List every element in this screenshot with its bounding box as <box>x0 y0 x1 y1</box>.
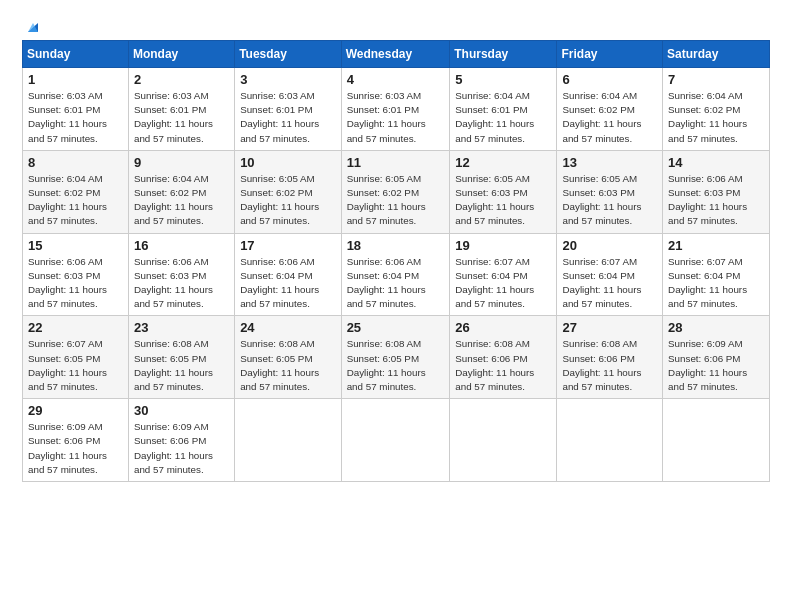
weekday-header-tuesday: Tuesday <box>235 41 341 68</box>
day-info: Sunrise: 6:06 AM Sunset: 6:03 PM Dayligh… <box>28 255 123 312</box>
calendar-cell: 5 Sunrise: 6:04 AM Sunset: 6:01 PM Dayli… <box>450 68 557 151</box>
day-number: 28 <box>668 320 764 335</box>
day-info: Sunrise: 6:05 AM Sunset: 6:02 PM Dayligh… <box>347 172 445 229</box>
day-info: Sunrise: 6:03 AM Sunset: 6:01 PM Dayligh… <box>347 89 445 146</box>
day-info: Sunrise: 6:03 AM Sunset: 6:01 PM Dayligh… <box>28 89 123 146</box>
day-number: 21 <box>668 238 764 253</box>
day-info: Sunrise: 6:07 AM Sunset: 6:04 PM Dayligh… <box>562 255 657 312</box>
calendar-row: 29 Sunrise: 6:09 AM Sunset: 6:06 PM Dayl… <box>23 399 770 482</box>
day-number: 8 <box>28 155 123 170</box>
calendar-cell: 4 Sunrise: 6:03 AM Sunset: 6:01 PM Dayli… <box>341 68 450 151</box>
calendar-cell: 12 Sunrise: 6:05 AM Sunset: 6:03 PM Dayl… <box>450 150 557 233</box>
day-info: Sunrise: 6:09 AM Sunset: 6:06 PM Dayligh… <box>668 337 764 394</box>
day-number: 19 <box>455 238 551 253</box>
day-number: 7 <box>668 72 764 87</box>
calendar-cell <box>557 399 663 482</box>
day-info: Sunrise: 6:08 AM Sunset: 6:05 PM Dayligh… <box>347 337 445 394</box>
day-info: Sunrise: 6:05 AM Sunset: 6:03 PM Dayligh… <box>562 172 657 229</box>
day-number: 12 <box>455 155 551 170</box>
day-number: 10 <box>240 155 335 170</box>
weekday-header-monday: Monday <box>128 41 234 68</box>
calendar-cell: 18 Sunrise: 6:06 AM Sunset: 6:04 PM Dayl… <box>341 233 450 316</box>
day-number: 17 <box>240 238 335 253</box>
calendar-cell: 27 Sunrise: 6:08 AM Sunset: 6:06 PM Dayl… <box>557 316 663 399</box>
calendar-cell: 24 Sunrise: 6:08 AM Sunset: 6:05 PM Dayl… <box>235 316 341 399</box>
day-info: Sunrise: 6:06 AM Sunset: 6:04 PM Dayligh… <box>347 255 445 312</box>
day-number: 27 <box>562 320 657 335</box>
day-info: Sunrise: 6:05 AM Sunset: 6:02 PM Dayligh… <box>240 172 335 229</box>
day-info: Sunrise: 6:09 AM Sunset: 6:06 PM Dayligh… <box>28 420 123 477</box>
day-info: Sunrise: 6:08 AM Sunset: 6:05 PM Dayligh… <box>240 337 335 394</box>
day-number: 1 <box>28 72 123 87</box>
calendar-row: 22 Sunrise: 6:07 AM Sunset: 6:05 PM Dayl… <box>23 316 770 399</box>
day-info: Sunrise: 6:03 AM Sunset: 6:01 PM Dayligh… <box>240 89 335 146</box>
calendar-cell: 17 Sunrise: 6:06 AM Sunset: 6:04 PM Dayl… <box>235 233 341 316</box>
calendar-table: SundayMondayTuesdayWednesdayThursdayFrid… <box>22 40 770 482</box>
day-number: 2 <box>134 72 229 87</box>
day-number: 22 <box>28 320 123 335</box>
logo-icon <box>24 18 42 36</box>
day-info: Sunrise: 6:05 AM Sunset: 6:03 PM Dayligh… <box>455 172 551 229</box>
day-info: Sunrise: 6:04 AM Sunset: 6:01 PM Dayligh… <box>455 89 551 146</box>
day-info: Sunrise: 6:04 AM Sunset: 6:02 PM Dayligh… <box>28 172 123 229</box>
logo <box>22 18 42 32</box>
day-number: 18 <box>347 238 445 253</box>
calendar-cell: 30 Sunrise: 6:09 AM Sunset: 6:06 PM Dayl… <box>128 399 234 482</box>
calendar-row: 1 Sunrise: 6:03 AM Sunset: 6:01 PM Dayli… <box>23 68 770 151</box>
day-info: Sunrise: 6:06 AM Sunset: 6:04 PM Dayligh… <box>240 255 335 312</box>
day-info: Sunrise: 6:07 AM Sunset: 6:05 PM Dayligh… <box>28 337 123 394</box>
calendar-cell: 7 Sunrise: 6:04 AM Sunset: 6:02 PM Dayli… <box>663 68 770 151</box>
calendar-cell <box>341 399 450 482</box>
day-number: 20 <box>562 238 657 253</box>
calendar-cell: 26 Sunrise: 6:08 AM Sunset: 6:06 PM Dayl… <box>450 316 557 399</box>
day-number: 23 <box>134 320 229 335</box>
day-info: Sunrise: 6:04 AM Sunset: 6:02 PM Dayligh… <box>562 89 657 146</box>
calendar-cell: 21 Sunrise: 6:07 AM Sunset: 6:04 PM Dayl… <box>663 233 770 316</box>
calendar-cell: 16 Sunrise: 6:06 AM Sunset: 6:03 PM Dayl… <box>128 233 234 316</box>
day-number: 14 <box>668 155 764 170</box>
calendar-header-row: SundayMondayTuesdayWednesdayThursdayFrid… <box>23 41 770 68</box>
day-info: Sunrise: 6:06 AM Sunset: 6:03 PM Dayligh… <box>668 172 764 229</box>
calendar-cell: 19 Sunrise: 6:07 AM Sunset: 6:04 PM Dayl… <box>450 233 557 316</box>
day-info: Sunrise: 6:07 AM Sunset: 6:04 PM Dayligh… <box>668 255 764 312</box>
calendar-cell: 10 Sunrise: 6:05 AM Sunset: 6:02 PM Dayl… <box>235 150 341 233</box>
calendar-cell <box>235 399 341 482</box>
header <box>22 18 770 32</box>
calendar-cell: 23 Sunrise: 6:08 AM Sunset: 6:05 PM Dayl… <box>128 316 234 399</box>
day-number: 24 <box>240 320 335 335</box>
calendar-cell: 20 Sunrise: 6:07 AM Sunset: 6:04 PM Dayl… <box>557 233 663 316</box>
day-info: Sunrise: 6:09 AM Sunset: 6:06 PM Dayligh… <box>134 420 229 477</box>
day-info: Sunrise: 6:08 AM Sunset: 6:06 PM Dayligh… <box>455 337 551 394</box>
day-number: 11 <box>347 155 445 170</box>
day-number: 6 <box>562 72 657 87</box>
calendar-cell: 15 Sunrise: 6:06 AM Sunset: 6:03 PM Dayl… <box>23 233 129 316</box>
calendar-cell: 28 Sunrise: 6:09 AM Sunset: 6:06 PM Dayl… <box>663 316 770 399</box>
weekday-header-saturday: Saturday <box>663 41 770 68</box>
calendar-cell: 2 Sunrise: 6:03 AM Sunset: 6:01 PM Dayli… <box>128 68 234 151</box>
calendar-cell: 22 Sunrise: 6:07 AM Sunset: 6:05 PM Dayl… <box>23 316 129 399</box>
calendar-cell: 14 Sunrise: 6:06 AM Sunset: 6:03 PM Dayl… <box>663 150 770 233</box>
day-number: 4 <box>347 72 445 87</box>
calendar-row: 8 Sunrise: 6:04 AM Sunset: 6:02 PM Dayli… <box>23 150 770 233</box>
calendar-cell: 9 Sunrise: 6:04 AM Sunset: 6:02 PM Dayli… <box>128 150 234 233</box>
calendar-cell: 1 Sunrise: 6:03 AM Sunset: 6:01 PM Dayli… <box>23 68 129 151</box>
calendar-cell: 29 Sunrise: 6:09 AM Sunset: 6:06 PM Dayl… <box>23 399 129 482</box>
day-number: 29 <box>28 403 123 418</box>
day-number: 13 <box>562 155 657 170</box>
day-number: 30 <box>134 403 229 418</box>
day-info: Sunrise: 6:04 AM Sunset: 6:02 PM Dayligh… <box>668 89 764 146</box>
calendar-cell: 11 Sunrise: 6:05 AM Sunset: 6:02 PM Dayl… <box>341 150 450 233</box>
day-info: Sunrise: 6:04 AM Sunset: 6:02 PM Dayligh… <box>134 172 229 229</box>
calendar-cell <box>663 399 770 482</box>
day-info: Sunrise: 6:08 AM Sunset: 6:06 PM Dayligh… <box>562 337 657 394</box>
calendar-cell <box>450 399 557 482</box>
calendar-cell: 13 Sunrise: 6:05 AM Sunset: 6:03 PM Dayl… <box>557 150 663 233</box>
calendar-cell: 6 Sunrise: 6:04 AM Sunset: 6:02 PM Dayli… <box>557 68 663 151</box>
calendar-cell: 25 Sunrise: 6:08 AM Sunset: 6:05 PM Dayl… <box>341 316 450 399</box>
day-info: Sunrise: 6:06 AM Sunset: 6:03 PM Dayligh… <box>134 255 229 312</box>
day-number: 26 <box>455 320 551 335</box>
day-number: 3 <box>240 72 335 87</box>
page: SundayMondayTuesdayWednesdayThursdayFrid… <box>0 0 792 612</box>
weekday-header-wednesday: Wednesday <box>341 41 450 68</box>
day-number: 9 <box>134 155 229 170</box>
